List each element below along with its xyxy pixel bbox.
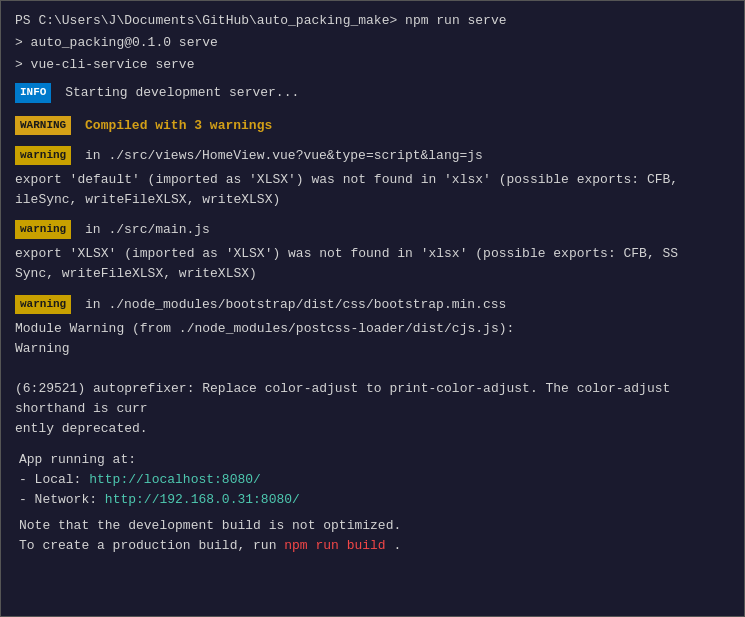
run-line-2: > vue-cli-service serve <box>15 55 730 75</box>
local-url[interactable]: http://localhost:8080/ <box>89 472 261 487</box>
local-url-line: - Local: http://localhost:8080/ <box>15 470 730 490</box>
npm-command: npm run serve <box>405 13 506 28</box>
note2-suffix: . <box>393 538 401 553</box>
compiled-text: Compiled with 3 warnings <box>85 118 272 133</box>
warning-block-3: warning in ./node_modules/bootstrap/dist… <box>15 295 730 440</box>
note2-prefix: To create a production build, run <box>19 538 284 553</box>
app-running-title: App running at: <box>15 450 730 470</box>
prompt-text: PS C:\Users\J\Documents\GitHub\auto_pack… <box>15 13 397 28</box>
warning-location-1: in ./src/views/HomeView.vue?vue&type=scr… <box>85 148 483 163</box>
warning-badge: WARNING <box>15 116 71 135</box>
network-url[interactable]: http://192.168.0.31:8080/ <box>105 492 300 507</box>
warning-location-2: in ./src/main.js <box>85 222 210 237</box>
info-text: Starting development server... <box>65 85 299 100</box>
local-label: - Local: <box>19 472 89 487</box>
network-url-line: - Network: http://192.168.0.31:8080/ <box>15 490 730 510</box>
warning-header: WARNING Compiled with 3 warnings <box>15 116 730 136</box>
app-running-title-text: App running at: <box>19 452 136 467</box>
run-line-1-text: > auto_packing@0.1.0 serve <box>15 35 218 50</box>
note2-line: To create a production build, run npm ru… <box>15 536 730 556</box>
warning-body-3: Module Warning (from ./node_modules/post… <box>15 319 730 440</box>
note2-command[interactable]: npm run build <box>284 538 385 553</box>
warning-badge-3: warning <box>15 295 71 314</box>
warning-loc-1: warning in ./src/views/HomeView.vue?vue&… <box>15 146 730 166</box>
info-badge: INFO <box>15 83 51 102</box>
app-running-section: App running at: - Local: http://localhos… <box>15 450 730 557</box>
terminal-window: PS C:\Users\J\Documents\GitHub\auto_pack… <box>0 0 745 617</box>
warning-block-1: warning in ./src/views/HomeView.vue?vue&… <box>15 146 730 210</box>
warning-body-1: export 'default' (imported as 'XLSX') wa… <box>15 170 730 210</box>
warning-body-2: export 'XLSX' (imported as 'XLSX') was n… <box>15 244 730 284</box>
warning-badge-1: warning <box>15 146 71 165</box>
warning-badge-2: warning <box>15 220 71 239</box>
network-label: - Network: <box>19 492 105 507</box>
run-line-2-text: > vue-cli-service serve <box>15 57 194 72</box>
prompt-line: PS C:\Users\J\Documents\GitHub\auto_pack… <box>15 11 730 31</box>
warning-loc-2: warning in ./src/main.js <box>15 220 730 240</box>
info-line: INFO Starting development server... <box>15 83 730 103</box>
warning-block-2: warning in ./src/main.js export 'XLSX' (… <box>15 220 730 284</box>
note1-text: Note that the development build is not o… <box>19 518 401 533</box>
warning-location-3: in ./node_modules/bootstrap/dist/css/boo… <box>85 297 506 312</box>
run-line-1: > auto_packing@0.1.0 serve <box>15 33 730 53</box>
note1-line: Note that the development build is not o… <box>15 516 730 536</box>
warning-loc-3: warning in ./node_modules/bootstrap/dist… <box>15 295 730 315</box>
